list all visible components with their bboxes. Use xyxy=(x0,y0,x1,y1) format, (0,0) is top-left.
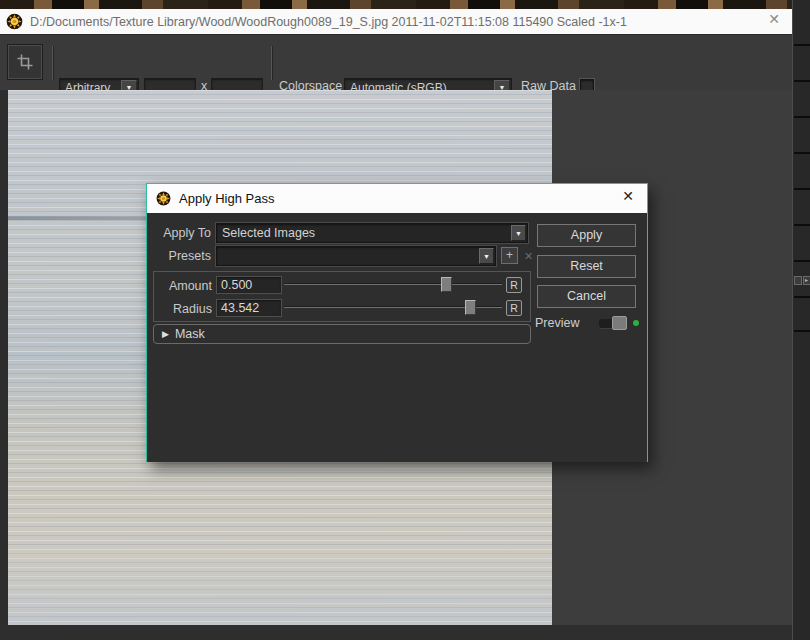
apply-high-pass-dialog: Apply High Pass ✕ Apply To Selected Imag… xyxy=(146,183,648,462)
radius-input[interactable]: 43.542 xyxy=(216,299,282,317)
presets-select[interactable]: ▼ xyxy=(216,246,496,266)
reset-button[interactable]: Reset xyxy=(537,255,636,278)
amount-reset-button[interactable]: R xyxy=(506,277,522,293)
amount-input[interactable]: 0.500 xyxy=(216,276,282,294)
presets-label: Presets xyxy=(151,249,211,263)
radius-label: Radius xyxy=(157,302,212,316)
window-title: D:/Documents/Texture Library/Wood/WoodRo… xyxy=(30,15,627,29)
canvas-left-margin xyxy=(0,90,8,640)
dialog-titlebar[interactable]: Apply High Pass ✕ xyxy=(147,184,647,213)
preview-row: Preview xyxy=(535,315,645,333)
apply-to-value: Selected Images xyxy=(217,226,511,240)
toolbar-separator xyxy=(52,46,53,80)
cancel-button[interactable]: Cancel xyxy=(537,285,636,308)
preview-toggle-knob[interactable] xyxy=(612,316,627,330)
toolbar: Arbitrary ▼ x Colorspace Automatic (sRGB… xyxy=(0,34,792,90)
radius-slider-thumb[interactable] xyxy=(465,300,476,315)
dock-restore-icon[interactable] xyxy=(794,276,802,285)
chevron-down-icon[interactable]: ▼ xyxy=(479,248,494,264)
apply-to-label: Apply To xyxy=(151,226,211,240)
right-dock-controls: ▸ xyxy=(793,276,810,288)
mask-label: Mask xyxy=(175,327,205,341)
chevron-down-icon[interactable]: ▼ xyxy=(511,225,526,241)
mask-section-header[interactable]: ▶ Mask xyxy=(153,324,531,344)
preset-delete-icon[interactable]: ✕ xyxy=(524,250,533,263)
app-screen: D:/Documents/Texture Library/Wood/WoodRo… xyxy=(0,0,810,640)
dialog-app-icon xyxy=(156,191,171,206)
apply-to-select[interactable]: Selected Images ▼ xyxy=(216,223,528,243)
amount-slider-thumb[interactable] xyxy=(441,277,452,292)
radius-reset-button[interactable]: R xyxy=(506,300,522,316)
mask-collapse-icon[interactable]: ▶ xyxy=(162,329,169,339)
background-wood-texture xyxy=(0,0,810,9)
window-close-icon[interactable]: ✕ xyxy=(768,11,780,27)
dialog-title: Apply High Pass xyxy=(179,191,274,206)
amount-slider[interactable] xyxy=(284,277,502,292)
apply-button[interactable]: Apply xyxy=(537,224,636,247)
amount-slider-track[interactable] xyxy=(284,283,502,285)
toolbar-separator xyxy=(271,46,272,80)
preview-status-dot xyxy=(633,320,639,326)
window-titlebar: D:/Documents/Texture Library/Wood/WoodRo… xyxy=(0,9,792,34)
right-dock-strip: ▸ xyxy=(792,0,810,640)
amount-label: Amount xyxy=(157,279,212,293)
preview-toggle[interactable] xyxy=(599,319,625,328)
app-icon xyxy=(6,13,23,30)
dialog-close-icon[interactable]: ✕ xyxy=(622,188,634,204)
canvas-bottom-margin xyxy=(0,625,792,640)
crop-icon xyxy=(16,53,34,71)
dialog-body: Apply To Selected Images ▼ Presets ▼ + ✕… xyxy=(147,213,647,462)
preview-label: Preview xyxy=(535,316,579,330)
wood-grain-band xyxy=(8,545,552,625)
crop-tool-button[interactable] xyxy=(7,44,43,80)
dock-expand-icon[interactable]: ▸ xyxy=(803,276,810,285)
preset-add-button[interactable]: + xyxy=(501,247,518,264)
radius-slider[interactable] xyxy=(284,300,502,315)
